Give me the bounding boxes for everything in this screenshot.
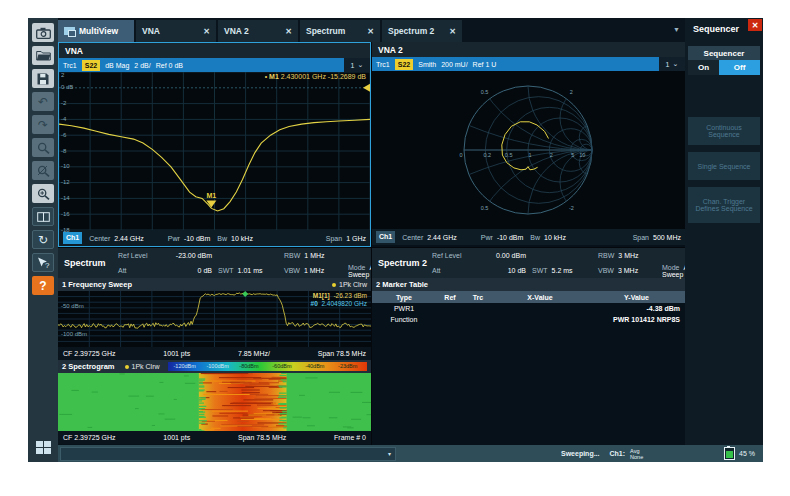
window-select-dropdown[interactable]: 1⌄ <box>344 58 370 72</box>
trace-legend: 1Pk Clrw <box>132 363 160 370</box>
s-parameter-chip[interactable]: S22 <box>82 60 100 71</box>
tab-multiview[interactable]: MultiView <box>58 20 134 42</box>
trace-name[interactable]: Trc1 <box>63 62 77 69</box>
marker-table: TypeRefTrcX-ValueY-Value PWR1 -4.38 dBm … <box>372 291 685 325</box>
swt-value[interactable]: 1.01 ms <box>238 267 263 274</box>
zoom-off-button[interactable] <box>32 161 54 180</box>
tab-vna[interactable]: VNA✕ <box>136 20 216 42</box>
open-folder-button[interactable] <box>32 46 54 65</box>
smith-chart-plot[interactable]: 00.20.5125100.50.52-2 <box>372 71 685 229</box>
marker-table-header: TypeRefTrcX-ValueY-Value <box>372 291 685 303</box>
cf-value[interactable]: CF 2.39725 GHz <box>63 350 116 357</box>
spectrogram-axis-bar: CF 2.39725 GHz 1001 pts Span 78.5 MHz Fr… <box>58 431 371 444</box>
svg-text:2: 2 <box>550 152 553 158</box>
tab-close-icon[interactable]: ✕ <box>439 27 456 36</box>
trace-format[interactable]: Smith <box>418 61 436 68</box>
continuous-sequence-button[interactable]: Continuous Sequence <box>688 117 760 145</box>
att-value[interactable]: 0 dB <box>160 267 218 274</box>
chan-trigger-defines-sequence-button[interactable]: Chan. Trigger Defines Sequence <box>688 187 760 223</box>
battery-percentage: 45 % <box>739 450 755 457</box>
spectrum2-title: Spectrum 2 <box>372 258 432 268</box>
vna-trace-bar: Trc1 S22 dB Mag 2 dB/ Ref 0 dB 1⌄ <box>59 58 370 72</box>
center-frequency[interactable]: 2.44 GHz <box>114 235 144 242</box>
scale-per-div: 7.85 MHz/ <box>238 350 270 357</box>
camera-button[interactable] <box>32 23 54 42</box>
refresh-button[interactable]: ↻ <box>32 230 54 249</box>
span-value[interactable]: 500 MHz <box>653 234 681 241</box>
bandwidth-value[interactable]: 10 kHz <box>544 234 566 241</box>
svg-text:?: ? <box>45 261 50 269</box>
s-parameter-chip[interactable]: S22 <box>395 59 413 70</box>
status-message-field[interactable]: ▾ <box>60 447 396 461</box>
windows-start-button[interactable] <box>32 438 54 457</box>
window-select-dropdown[interactable]: 1⌄ <box>659 57 685 71</box>
vbw-value[interactable]: 1 MHz <box>304 267 324 274</box>
rbw-value[interactable]: 3 MHz <box>618 252 638 259</box>
tab-close-icon[interactable]: ✕ <box>275 27 292 36</box>
vna-window-title: VNA <box>59 43 370 58</box>
frequency-sweep-titlebar: 1 Frequency Sweep 1Pk Clrw <box>58 278 371 291</box>
power-value[interactable]: -10 dBm <box>184 235 210 242</box>
single-sequence-button[interactable]: Single Sequence <box>688 152 760 180</box>
tab-close-icon[interactable]: ✕ <box>357 27 374 36</box>
tab-spectrum-2[interactable]: Spectrum 2✕ <box>382 20 462 42</box>
vna2-channel-bar: Ch1 Center2.44 GHz Pwr-10 dBm Bw10 kHz S… <box>372 229 685 245</box>
close-icon[interactable]: ✕ <box>748 19 762 31</box>
trace-legend: 1Pk Clrw <box>339 281 367 288</box>
center-frequency[interactable]: 2.44 GHz <box>427 234 457 241</box>
vna2-window[interactable]: VNA 2 Trc1 S22 Smith 200 mU/ Ref 1 U 1⌄ … <box>372 42 685 247</box>
sequencer-on-button[interactable]: On <box>688 60 719 75</box>
ref-level-value[interactable]: -23.00 dBm <box>160 252 218 259</box>
svg-text:2: 2 <box>570 89 573 95</box>
trace-scale: 200 mU/ <box>441 61 467 68</box>
sequencer-off-button[interactable]: Off <box>719 60 760 75</box>
spectrum-window[interactable]: Spectrum Ref Level -23.00 dBm RBW1 MHz A… <box>58 248 371 445</box>
span-value[interactable]: Span 78.5 MHz <box>238 434 286 441</box>
zoom-select-button[interactable] <box>32 138 54 157</box>
svg-text:0.5: 0.5 <box>481 205 489 211</box>
split-display-button[interactable] <box>32 207 54 226</box>
tab-spectrum[interactable]: Spectrum✕ <box>300 20 380 42</box>
marker-table-row[interactable]: PWR1 -4.38 dBm <box>372 303 685 314</box>
zoom-in-button[interactable] <box>32 184 54 203</box>
tab-vna-2[interactable]: VNA 2✕ <box>218 20 298 42</box>
tab-overflow-caret-icon[interactable]: ▼ <box>673 26 680 33</box>
channel-chip[interactable]: Ch1 <box>376 231 395 243</box>
vna-window[interactable]: VNA Trc1 S22 dB Mag 2 dB/ Ref 0 dB 1⌄ M1… <box>58 42 371 247</box>
help-button[interactable]: ? <box>32 276 54 295</box>
power-value[interactable]: -10 dBm <box>497 234 523 241</box>
undo-button[interactable]: ↶ <box>32 92 54 111</box>
svg-text:10: 10 <box>579 152 585 158</box>
spectrogram-plot[interactable] <box>58 373 371 431</box>
sweep-status-text: Sweeping... <box>561 450 600 457</box>
spectrum2-header: Spectrum 2 Ref Level 0.00 dBm RBW3 MHz A… <box>372 248 685 278</box>
trace-name[interactable]: Trc1 <box>376 61 390 68</box>
spectrogram-scale-label: -100dBm <box>206 363 228 369</box>
context-help-button[interactable]: ? <box>32 253 54 272</box>
cf-value[interactable]: CF 2.39725 GHz <box>63 434 116 441</box>
vbw-value[interactable]: 3 MHz <box>618 267 638 274</box>
channel-status-text: Ch1: <box>610 450 626 457</box>
span-value[interactable]: 1 GHz <box>346 235 366 242</box>
redo-button[interactable]: ↷ <box>32 115 54 134</box>
rbw-value[interactable]: 1 MHz <box>304 252 324 259</box>
svg-text:M1: M1 <box>207 192 217 199</box>
trace-format[interactable]: dB Mag <box>105 62 129 69</box>
chevron-down-icon[interactable]: ▾ <box>388 450 391 457</box>
swt-value[interactable]: 5.2 ms <box>552 267 573 274</box>
spectrum2-window[interactable]: Spectrum 2 Ref Level 0.00 dBm RBW3 MHz A… <box>372 248 685 445</box>
tab-close-icon[interactable]: ✕ <box>193 27 210 36</box>
save-button[interactable] <box>32 69 54 88</box>
chevron-down-icon: ⌄ <box>358 61 364 69</box>
svg-text:5: 5 <box>571 152 574 158</box>
multiview-icon <box>64 27 75 35</box>
bandwidth-value[interactable]: 10 kHz <box>231 235 253 242</box>
frame-value[interactable]: Frame # 0 <box>334 434 366 441</box>
vna-plot[interactable]: M1 20 dB-2-4-6-8-10-12-14-16-18 • M1 2.4… <box>59 72 370 230</box>
span-value[interactable]: Span 78.5 MHz <box>318 350 366 357</box>
att-value[interactable]: 10 dB <box>474 267 532 274</box>
channel-chip[interactable]: Ch1 <box>63 232 82 244</box>
ref-level-value[interactable]: 0.00 dBm <box>474 252 532 259</box>
marker-table-row[interactable]: Function PWR 101412 NRP8S <box>372 314 685 325</box>
frequency-sweep-plot[interactable]: -50 dBm-100 dBm M1[1] -26.23 dBm #0 2.40… <box>58 291 371 347</box>
